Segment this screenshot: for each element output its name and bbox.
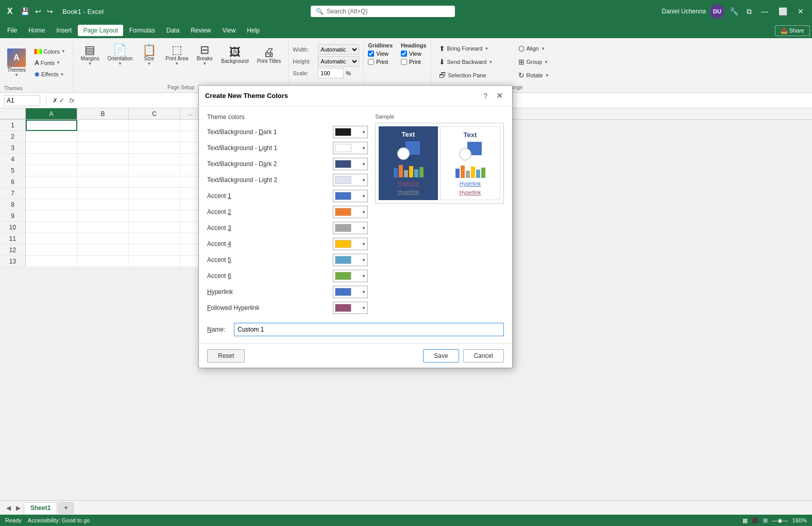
color-dd-arrow-light1: ▼ <box>362 146 366 151</box>
bar1 <box>394 168 398 177</box>
dialog-body: Theme colors Text/Background - Dark 1 ▼ … <box>199 106 512 267</box>
bar3 <box>404 170 408 177</box>
color-swatch-dark2 <box>335 160 351 168</box>
color-row-light1: Text/Background - Light 1 ▼ <box>207 142 368 154</box>
color-row-dark2: Text/Background - Dark 2 ▼ <box>207 158 368 170</box>
sample-cards: Text <box>379 126 500 200</box>
color-row-dark1: Text/Background - Dark 1 ▼ <box>207 126 368 138</box>
color-swatch-light2 <box>335 176 351 184</box>
color-dropdown-dark1[interactable]: ▼ <box>333 126 368 138</box>
dialog-help-btn[interactable]: ? <box>481 91 490 101</box>
bar4-light <box>471 167 475 178</box>
color-label-accent1: Accent 1 <box>207 192 333 200</box>
color-row-light2: Text/Background - Light 2 ▼ <box>207 174 368 186</box>
color-dd-arrow-accent4: ▼ <box>362 242 366 246</box>
color-swatch-accent2 <box>335 208 351 216</box>
color-label-dark2: Text/Background - Dark 2 <box>207 160 333 168</box>
bar5-light <box>476 170 480 178</box>
sample-hyperlink-light: Hyperlink <box>460 181 481 187</box>
bar6 <box>419 167 424 177</box>
bar3-light <box>466 171 470 178</box>
theme-colors-section-title: Theme colors <box>207 113 368 121</box>
sample-bars-light <box>455 163 485 178</box>
color-swatch-accent1 <box>335 192 351 200</box>
sample-bars-dark <box>394 163 424 177</box>
color-label-dark1: Text/Background - Dark 1 <box>207 128 333 136</box>
color-label-light2: Text/Background - Light 2 <box>207 176 333 184</box>
color-label-accent3: Accent 3 <box>207 224 333 232</box>
color-row-accent1: Accent 1 ▼ <box>207 190 368 202</box>
color-row-accent5: Accent 5 ▼ <box>207 254 368 266</box>
color-label-accent4: Accent 4 <box>207 240 333 248</box>
color-swatch-accent4 <box>335 240 351 248</box>
color-label-light1: Text/Background - Light 1 <box>207 144 333 152</box>
color-dd-arrow-dark1: ▼ <box>362 130 366 135</box>
dialog-title: Create New Theme Colors <box>205 92 288 100</box>
color-swatch-light1 <box>335 144 351 152</box>
dialog-controls: ? ✕ <box>481 90 506 102</box>
color-dropdown-accent2[interactable]: ▼ <box>333 206 368 218</box>
sample-card-light: Text <box>440 126 500 200</box>
color-row-accent2: Accent 2 ▼ <box>207 206 368 218</box>
sample-text-dark: Text <box>402 130 415 138</box>
color-dd-arrow-accent1: ▼ <box>362 194 366 199</box>
bar4 <box>409 166 413 177</box>
bar2-light <box>461 166 465 178</box>
color-swatch-accent5 <box>335 256 351 264</box>
color-label-accent5: Accent 5 <box>207 256 333 264</box>
dialog-close-btn[interactable]: ✕ <box>493 90 506 102</box>
color-dropdown-accent4[interactable]: ▼ <box>333 238 368 250</box>
sample-circle-light <box>459 148 471 160</box>
create-theme-colors-dialog: Create New Theme Colors ? ✕ Theme colors… <box>198 85 513 267</box>
sample-card-dark: Text <box>379 126 438 200</box>
bar5 <box>414 169 418 177</box>
color-dropdown-dark2[interactable]: ▼ <box>333 158 368 170</box>
sample-text-light: Text <box>464 131 477 139</box>
bar2 <box>399 165 403 177</box>
sample-panel: Text <box>375 123 504 204</box>
sample-shapes-dark <box>397 141 420 160</box>
sample-visited-light: Hyperlink <box>460 190 481 195</box>
color-dd-arrow-accent3: ▼ <box>362 226 366 231</box>
color-dd-arrow-light2: ▼ <box>362 178 366 183</box>
color-swatch-accent3 <box>335 224 351 232</box>
color-dd-arrow-accent5: ▼ <box>362 258 366 262</box>
color-label-accent2: Accent 2 <box>207 208 333 216</box>
theme-colors-col: Theme colors Text/Background - Dark 1 ▼ … <box>207 113 368 267</box>
dialog-content: Theme colors Text/Background - Dark 1 ▼ … <box>207 113 504 267</box>
color-dd-arrow-accent2: ▼ <box>362 210 366 215</box>
color-dropdown-accent3[interactable]: ▼ <box>333 222 368 234</box>
color-dropdown-light2[interactable]: ▼ <box>333 174 368 186</box>
color-dropdown-accent5[interactable]: ▼ <box>333 254 368 266</box>
bar1-light <box>455 169 460 178</box>
sample-col: Sample Text <box>375 113 504 267</box>
color-dd-arrow-dark2: ▼ <box>362 162 366 167</box>
sample-shapes-light <box>459 142 482 160</box>
sample-title: Sample <box>375 113 504 120</box>
color-row-accent4: Accent 4 ▼ <box>207 238 368 250</box>
dialog-titlebar: Create New Theme Colors ? ✕ <box>199 86 512 106</box>
color-swatch-dark1 <box>335 128 351 136</box>
color-row-accent3: Accent 3 ▼ <box>207 222 368 234</box>
bar6-light <box>481 168 485 178</box>
color-dropdown-accent1[interactable]: ▼ <box>333 190 368 202</box>
color-dropdown-light1[interactable]: ▼ <box>333 142 368 154</box>
sample-visited-dark: Hyperlink <box>398 189 419 195</box>
sample-hyperlink-dark: Hyperlink <box>398 180 419 186</box>
sample-circle-dark <box>397 147 410 160</box>
dialog-overlay: Create New Theme Colors ? ✕ Theme colors… <box>0 0 812 267</box>
